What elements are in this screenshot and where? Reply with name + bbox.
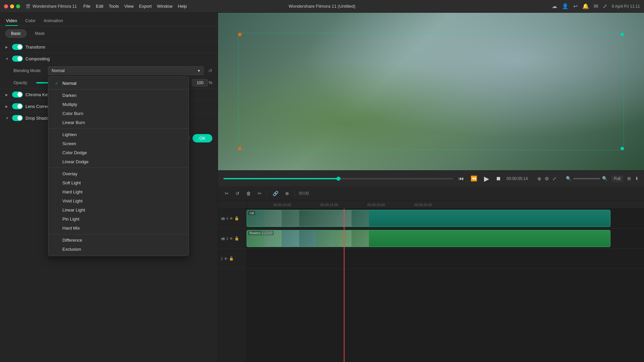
menu-window[interactable]: Window <box>157 4 172 9</box>
sub-tab-basic[interactable]: Basic <box>5 29 26 38</box>
blend-option-normal[interactable]: ✓ Normal <box>48 79 189 88</box>
thumb-3-7 <box>352 230 369 247</box>
menu-tools[interactable]: Tools <box>109 4 119 9</box>
blend-option-exclusion[interactable]: Exclusion <box>48 245 189 254</box>
maximize-button[interactable] <box>16 4 20 8</box>
transform-section-header[interactable]: ▶ Transform <box>0 41 218 53</box>
blending-mode-trigger[interactable]: Normal ▾ <box>48 66 204 75</box>
preview-handle-tl[interactable] <box>238 33 241 36</box>
tab-animation[interactable]: Animation <box>43 16 64 26</box>
blend-option-linearlight[interactable]: Linear Light <box>48 205 189 215</box>
blend-option-overlay[interactable]: Overlay <box>48 169 189 178</box>
preview-handle-bl[interactable] <box>238 147 241 150</box>
zoom-slider[interactable] <box>573 178 600 179</box>
blend-option-hardmix[interactable]: Hard Mix <box>48 224 189 233</box>
playhead[interactable]: ▼ <box>344 208 344 362</box>
timeline-tool-arrow[interactable]: ↺ <box>234 189 241 197</box>
track-2-lock-icon[interactable]: 🔓 <box>229 256 234 261</box>
thumb-4-7 <box>352 210 369 227</box>
track-4-lock-icon[interactable]: 🔓 <box>234 216 239 221</box>
blend-option-hardlight[interactable]: Hard Light <box>48 187 189 196</box>
menu-view[interactable]: View <box>124 4 134 9</box>
blend-option-colorburn[interactable]: Color Burn <box>48 109 189 118</box>
percent-label: % <box>209 80 212 85</box>
blend-option-lighten[interactable]: Lighten <box>48 130 189 139</box>
track-3-video-icon: 📹 <box>221 237 225 240</box>
blend-option-multiply[interactable]: Multiply <box>48 100 189 109</box>
thumb-3-3 <box>282 230 299 247</box>
track-4-eye-icon[interactable]: 👁 <box>229 217 233 221</box>
stop-button[interactable]: ⏹ <box>494 174 502 183</box>
blending-mode-value: Normal <box>52 68 65 73</box>
restore-icon[interactable]: ↩ <box>573 3 578 9</box>
blend-option-colordodge[interactable]: Color Dodge <box>48 148 189 157</box>
blend-option-label-multiply: Multiply <box>62 102 77 107</box>
menu-file[interactable]: File <box>84 4 91 9</box>
lens-correct-toggle[interactable] <box>12 103 23 109</box>
blend-option-label-linearlight: Linear Light <box>62 207 85 213</box>
menu-export[interactable]: Export <box>139 4 152 9</box>
compositing-toggle[interactable] <box>12 56 23 62</box>
preview-handle-br[interactable] <box>621 147 624 150</box>
timeline-tool-scissors[interactable]: ✂ <box>223 189 230 197</box>
resolution-selector[interactable]: Full <box>611 175 623 182</box>
timeline-tool-split[interactable]: ⊕ <box>284 189 290 197</box>
menu-help[interactable]: Help <box>178 4 187 9</box>
menu-edit[interactable]: Edit <box>96 4 103 9</box>
ruler-mark-20: 00:00:20:00 <box>367 203 385 207</box>
opacity-input[interactable] <box>192 79 208 86</box>
zoom-in-icon[interactable]: 🔍 <box>602 176 607 181</box>
blending-mode-list: ✓ Normal Darken Multiply <box>48 76 189 256</box>
track-3-clip[interactable]: flowers-112210 <box>247 230 610 247</box>
step-back-button[interactable]: ⏪ <box>469 174 479 183</box>
track-4-clip[interactable]: cat <box>247 210 610 227</box>
transform-toggle[interactable] <box>12 44 23 50</box>
preview-progress-thumb[interactable] <box>336 177 340 181</box>
preview-handle-tr[interactable] <box>621 33 624 36</box>
reset-blending-icon[interactable]: ↺ <box>208 68 212 73</box>
chroma-key-toggle[interactable] <box>12 92 23 98</box>
close-button[interactable] <box>4 4 8 8</box>
ok-button[interactable]: OK <box>193 134 212 142</box>
blend-option-vividlight[interactable]: Vivid Light <box>48 196 189 205</box>
rewind-button[interactable]: ⏮ <box>457 174 465 183</box>
blending-mode-dropdown[interactable]: Normal ▾ ✓ Normal Darken <box>48 66 204 75</box>
compositing-section-header[interactable]: ▼ Compositing <box>0 53 218 64</box>
expand-icon[interactable]: ⤢ <box>603 3 607 9</box>
preview-progress-bar[interactable] <box>223 178 453 179</box>
timeline-tool-link[interactable]: 🔗 <box>271 189 280 197</box>
snapshot-icon[interactable]: ⊕ <box>537 176 541 181</box>
blend-option-darken[interactable]: Darken <box>48 91 189 100</box>
lens-correct-chevron-icon: ▶ <box>5 105 9 108</box>
tab-color[interactable]: Color <box>24 16 36 26</box>
blend-option-difference[interactable]: Difference <box>48 236 189 245</box>
zoom-controls: 🔍 🔍 <box>566 176 607 181</box>
tab-video[interactable]: Video <box>5 16 18 26</box>
settings-icon[interactable]: ⚙ <box>545 176 549 181</box>
cloud-icon[interactable]: ☁ <box>552 3 557 9</box>
blend-option-linearburn[interactable]: Linear Burn <box>48 118 189 127</box>
play-button[interactable]: ▶ <box>483 173 490 184</box>
blend-option-pinlight[interactable]: Pin Light <box>48 215 189 224</box>
track-3-eye-icon[interactable]: 👁 <box>229 237 233 241</box>
track-3-lock-icon[interactable]: 🔓 <box>234 236 239 241</box>
view-icon[interactable]: ⊞ <box>627 176 631 181</box>
download-icon[interactable]: ⬇ <box>635 176 639 181</box>
blend-option-softlight[interactable]: Soft Light <box>48 178 189 187</box>
drop-shadow-toggle[interactable] <box>12 115 23 121</box>
left-panel: Video Color Animation Basic Mask ▶ Trans… <box>0 13 218 362</box>
sub-tab-mask[interactable]: Mask <box>29 29 50 38</box>
blend-option-lineardodge[interactable]: Linear Dodge <box>48 157 189 166</box>
notification-icon[interactable]: 🔔 <box>582 3 589 9</box>
fullscreen-icon[interactable]: ⤢ <box>552 176 556 181</box>
track-2-eye-icon[interactable]: 👁 <box>224 257 228 261</box>
blend-option-screen[interactable]: Screen <box>48 139 189 148</box>
zoom-out-icon[interactable]: 🔍 <box>566 176 571 181</box>
menu-bar[interactable]: File Edit Tools View Export Window Help <box>84 4 187 9</box>
minimize-button[interactable] <box>10 4 14 8</box>
mail-icon[interactable]: ✉ <box>594 3 598 9</box>
timeline-tool-trim[interactable]: ✂ <box>256 189 263 197</box>
toolbar-separator-1 <box>267 190 267 197</box>
timeline-tool-delete[interactable]: 🗑 <box>245 189 252 197</box>
account-icon[interactable]: 👤 <box>562 3 569 9</box>
